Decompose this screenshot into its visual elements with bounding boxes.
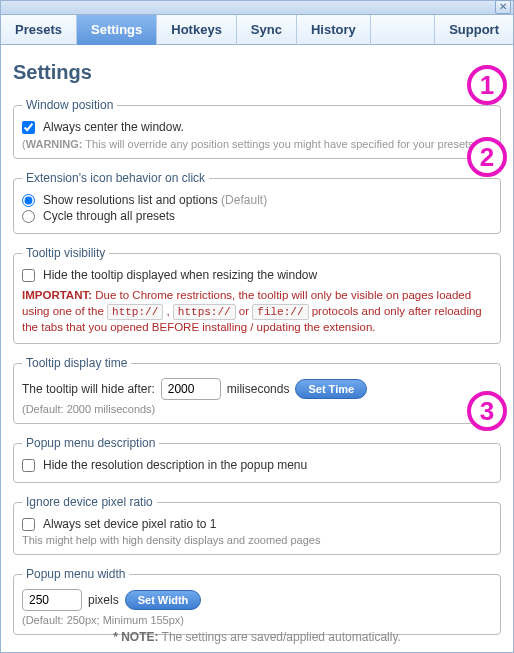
code-file: file:// xyxy=(252,304,308,320)
tab-presets[interactable]: Presets xyxy=(1,15,77,45)
fieldset-tooltip-time: Tooltip display time The tooltip will hi… xyxy=(13,356,501,424)
legend-popup-width: Popup menu width xyxy=(22,567,129,581)
tab-support[interactable]: Support xyxy=(435,15,513,45)
sep1: , xyxy=(163,305,173,317)
footer-note: * NOTE: The settings are saved/applied a… xyxy=(1,630,513,644)
text-show-resolutions: Show resolutions list and options xyxy=(43,193,218,207)
code-https: https:// xyxy=(173,304,236,320)
helper-dpr: This might help with high density displa… xyxy=(22,534,492,546)
label-ms: miliseconds xyxy=(227,382,290,396)
label-hide-after: The tooltip will hide after: xyxy=(22,382,155,396)
label-dpr[interactable]: Always set device pixel ratio to 1 xyxy=(43,517,216,531)
tab-hotkeys[interactable]: Hotkeys xyxy=(157,15,237,45)
label-hide-description[interactable]: Hide the resolution description in the p… xyxy=(43,458,307,472)
input-tooltip-time[interactable] xyxy=(161,378,221,400)
set-width-button[interactable]: Set Width xyxy=(125,590,202,610)
footer-label: * NOTE: xyxy=(113,630,158,644)
tab-bar: Presets Settings Hotkeys Sync History Su… xyxy=(1,15,513,45)
label-show-resolutions[interactable]: Show resolutions list and options (Defau… xyxy=(43,193,267,207)
settings-window: ✕ Presets Settings Hotkeys Sync History … xyxy=(0,0,514,653)
close-icon[interactable]: ✕ xyxy=(495,0,511,14)
label-hide-tooltip[interactable]: Hide the tooltip displayed when resizing… xyxy=(43,268,317,282)
legend-window-position: Window position xyxy=(22,98,117,112)
fieldset-popup-description: Popup menu description Hide the resoluti… xyxy=(13,436,501,483)
input-popup-width[interactable] xyxy=(22,589,82,611)
important-note: IMPORTANT: Due to Chrome restrictions, t… xyxy=(22,288,492,335)
checkbox-dpr[interactable] xyxy=(22,518,35,531)
helper-popup-width: (Default: 250px; Minimum 155px) xyxy=(22,614,492,626)
checkbox-center-window[interactable] xyxy=(22,121,35,134)
sep2: or xyxy=(236,305,253,317)
titlebar: ✕ xyxy=(1,1,513,15)
legend-dpr: Ignore device pixel ratio xyxy=(22,495,157,509)
fieldset-icon-behavior: Extension's icon behavior on click Show … xyxy=(13,171,501,234)
fieldset-dpr: Ignore device pixel ratio Always set dev… xyxy=(13,495,501,555)
tab-sync[interactable]: Sync xyxy=(237,15,297,45)
label-center-window[interactable]: Always center the window. xyxy=(43,120,184,134)
fieldset-popup-width: Popup menu width pixels Set Width (Defau… xyxy=(13,567,501,635)
tab-spacer xyxy=(371,15,435,44)
fieldset-window-position: Window position Always center the window… xyxy=(13,98,501,159)
page-title: Settings xyxy=(13,61,501,84)
footer-text: The settings are saved/applied automatic… xyxy=(158,630,400,644)
helper-tooltip-time: (Default: 2000 miliseconds) xyxy=(22,403,492,415)
code-http: http:// xyxy=(107,304,163,320)
checkbox-hide-description[interactable] xyxy=(22,459,35,472)
legend-popup-description: Popup menu description xyxy=(22,436,159,450)
fieldset-tooltip-visibility: Tooltip visibility Hide the tooltip disp… xyxy=(13,246,501,344)
legend-icon-behavior: Extension's icon behavior on click xyxy=(22,171,209,185)
radio-show-resolutions[interactable] xyxy=(22,194,35,207)
warning-window-position: (WARNING: This will override any positio… xyxy=(22,138,492,150)
label-pixels: pixels xyxy=(88,593,119,607)
legend-tooltip-time: Tooltip display time xyxy=(22,356,131,370)
warning-text: This will override any position settings… xyxy=(83,138,477,150)
text-default-suffix: (Default) xyxy=(218,193,267,207)
checkbox-hide-tooltip[interactable] xyxy=(22,269,35,282)
legend-tooltip-visibility: Tooltip visibility xyxy=(22,246,109,260)
set-time-button[interactable]: Set Time xyxy=(295,379,367,399)
radio-cycle-presets[interactable] xyxy=(22,210,35,223)
important-label: IMPORTANT: xyxy=(22,289,92,301)
content-area: Settings Window position Always center t… xyxy=(1,45,513,635)
tab-settings[interactable]: Settings xyxy=(77,15,157,45)
tab-history[interactable]: History xyxy=(297,15,371,45)
warning-label: WARNING: xyxy=(26,138,83,150)
label-cycle-presets[interactable]: Cycle through all presets xyxy=(43,209,175,223)
